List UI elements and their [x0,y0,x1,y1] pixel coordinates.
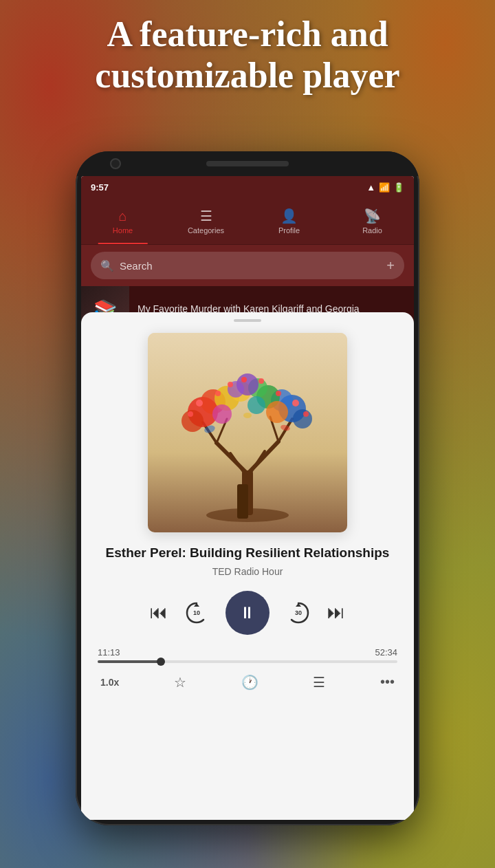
svg-text:30: 30 [295,609,302,616]
radio-icon: 📡 [364,208,381,224]
svg-point-34 [188,411,193,417]
phone-speaker [206,161,289,166]
more-options-button[interactable]: ••• [380,674,395,690]
clock-icon: 🕐 [241,674,258,691]
svg-point-28 [241,377,247,382]
status-bar: 9:57 ▲ 📶 🔋 [81,176,414,198]
progress-container: 11:13 52:34 [95,647,400,663]
skip-next-button[interactable]: ⏭ [327,602,345,623]
svg-point-33 [303,411,309,417]
status-time: 9:57 [91,182,109,193]
forward-icon: 30 [286,600,311,625]
phone-camera [110,158,121,169]
panel-handle [234,319,261,322]
playlist-icon: ☰ [313,674,325,691]
favorite-button[interactable]: ☆ [174,674,186,691]
progress-track[interactable] [98,660,397,663]
rewind-icon: 10 [184,600,209,625]
nav-profile-label: Profile [278,226,300,235]
tree-svg [162,340,333,525]
home-icon: ⌂ [118,208,126,224]
progress-fill [98,660,161,663]
nav-item-profile[interactable]: 👤 Profile [248,198,331,244]
svg-point-32 [215,391,221,396]
profile-icon: 👤 [280,208,298,224]
svg-point-24 [212,404,232,424]
nav-bar: ⌂ Home ☰ Categories 👤 Profile 📡 Radio [81,198,414,245]
svg-point-30 [258,378,264,384]
track-podcast: TED Radio Hour [212,566,283,577]
sleep-timer-button[interactable]: 🕐 [241,674,258,691]
svg-rect-2 [237,484,248,519]
star-icon: ☆ [174,674,186,691]
svg-text:10: 10 [193,609,200,616]
current-time: 11:13 [98,647,120,658]
search-placeholder: Search [120,260,381,272]
speed-label: 1.0x [100,677,119,688]
nav-radio-label: Radio [362,226,382,235]
hero-heading: A feature-rich and customizable player [0,14,495,96]
svg-point-27 [292,400,299,406]
speed-button[interactable]: 1.0x [100,677,119,688]
header-line1: A feature-rich and [107,14,388,54]
svg-point-23 [266,401,288,423]
svg-point-26 [196,400,203,406]
forward-button[interactable]: 30 [286,600,311,625]
nav-item-categories[interactable]: ☰ Categories [164,198,248,244]
svg-point-37 [243,413,252,418]
phone-frame: 9:57 ▲ 📶 🔋 ⌂ Home ☰ Categories 👤 Profile [76,151,419,825]
bottom-toolbar: 1.0x ☆ 🕐 ☰ ••• [95,674,400,691]
time-row: 11:13 52:34 [98,647,397,658]
track-title: Esther Perel: Building Resilient Relatio… [106,545,390,562]
album-art [148,333,347,532]
svg-line-5 [230,453,248,477]
more-icon: ••• [380,674,395,690]
playlist-button[interactable]: ☰ [313,674,325,691]
playback-controls: ⏮ 10 ⏸ 30 ⏭ [150,591,345,635]
progress-thumb [157,658,165,666]
svg-point-25 [248,396,265,414]
rewind-button[interactable]: 10 [184,600,209,625]
search-add-icon: + [386,258,395,274]
nav-categories-label: Categories [188,226,224,235]
nav-home-label: Home [113,226,133,235]
svg-point-31 [276,391,281,396]
search-container: 🔍 Search + [81,245,414,286]
play-pause-button[interactable]: ⏸ [226,591,270,635]
total-time: 52:34 [375,647,397,658]
nav-item-home[interactable]: ⌂ Home [81,198,164,244]
phone-notch [76,151,419,176]
battery-icon: 🔋 [393,182,404,193]
status-icons: ▲ 📶 🔋 [366,182,404,193]
svg-line-6 [248,451,265,477]
search-icon: 🔍 [100,259,114,272]
nav-item-radio[interactable]: 📡 Radio [331,198,414,244]
wifi-icon: 📶 [379,182,390,193]
categories-icon: ☰ [200,208,212,224]
svg-point-29 [228,382,233,387]
skip-back-button[interactable]: ⏮ [150,602,168,623]
header-line2: customizable player [95,56,399,95]
player-panel: Esther Perel: Building Resilient Relatio… [81,312,414,820]
phone-screen: 9:57 ▲ 📶 🔋 ⌂ Home ☰ Categories 👤 Profile [81,176,414,820]
signal-icon: ▲ [366,182,375,193]
search-bar[interactable]: 🔍 Search + [91,252,404,279]
svg-point-16 [293,409,312,428]
tree-artwork [148,333,347,532]
